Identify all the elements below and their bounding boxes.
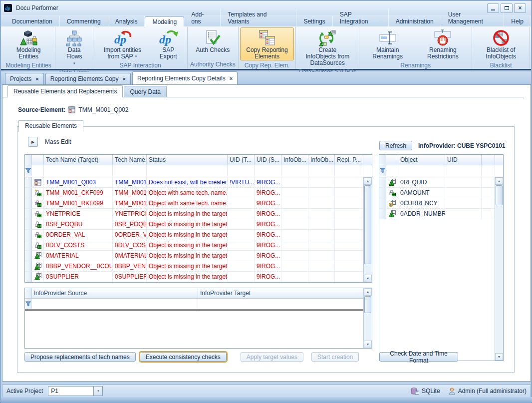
table-row[interactable]: 0DLV_COSTS0DLV_COSTSObject is missing in… xyxy=(25,240,372,251)
table-row[interactable]: TMM_M001_Q003TMM_M001...Does not exist, … xyxy=(25,177,372,188)
column-header-tech-name-target[interactable]: Tech Name (Target) xyxy=(44,155,113,165)
ribbon-button-import-entities-from-sap[interactable]: dpImport entities from SAP ▼ xyxy=(95,27,150,60)
column-header-infoob[interactable]: InfoOb... xyxy=(308,155,335,165)
menu-tab-templates-and-variants[interactable]: Templates and Variants xyxy=(221,9,296,26)
cell-repl_p[interactable] xyxy=(335,230,363,240)
cell-uid_t[interactable]: !VIRTU... xyxy=(228,177,255,187)
cell-blank[interactable] xyxy=(482,198,495,208)
vertical-scrollbar[interactable]: ▲▼ xyxy=(363,288,372,348)
tab-reusable-elements[interactable]: Reusable Elements xyxy=(18,120,83,132)
cell-tech_source[interactable]: 0DLV_COSTS xyxy=(113,240,147,250)
menu-tab-settings[interactable]: Settings xyxy=(296,16,332,26)
row-indicator-cell[interactable] xyxy=(25,240,32,250)
cell-status[interactable]: Object is missing in the target... xyxy=(147,272,228,282)
cell-repl_p[interactable] xyxy=(335,240,363,250)
table-row[interactable]: 0SUPPLIER0SUPPLIERObject is missing in t… xyxy=(25,272,372,282)
cell-tech_target[interactable]: YNETPRICE xyxy=(44,209,113,219)
filter-cell[interactable] xyxy=(44,165,113,176)
ribbon-button-copy-reporting-elements[interactable]: Copy Reporting Elements xyxy=(240,27,294,60)
tab-reusable-elements-and-replacements[interactable]: Reusable Elements and Replacements xyxy=(7,85,123,97)
menu-tab-administration[interactable]: Administration xyxy=(389,16,441,26)
row-indicator-cell[interactable] xyxy=(379,177,386,187)
filter-cell[interactable] xyxy=(198,299,364,309)
cell-status[interactable]: Object is missing in the target... xyxy=(147,219,228,229)
cell-status[interactable]: Object is missing in the target... xyxy=(147,261,228,271)
cell-tech_source[interactable]: 0BBP_VEN... xyxy=(113,261,147,271)
table-row[interactable]: YNETPRICEYNETPRICEObject is missing in t… xyxy=(25,209,372,219)
vertical-scrollbar[interactable]: ▲▼ xyxy=(495,177,503,361)
cell-infoob1[interactable] xyxy=(281,188,308,198)
tab-close-icon[interactable]: × xyxy=(35,76,38,81)
check-date-button[interactable]: Check Date and Time Format xyxy=(379,352,458,362)
scroll-down-icon[interactable]: ▼ xyxy=(364,341,372,348)
cell-tech_target[interactable]: 0BBP_VENDOR__0COUN xyxy=(44,261,113,271)
execute-consistency-checks-button[interactable]: Execute consistency checks xyxy=(140,352,227,362)
ribbon-button-data-flows[interactable]: Data Flows▼ xyxy=(57,27,91,67)
table-row[interactable]: TMM_M001_CKF099TMM_M001...Object with sa… xyxy=(25,188,372,198)
filter-cell[interactable] xyxy=(255,165,281,176)
menu-tab-documentation[interactable]: Documentation xyxy=(5,16,60,26)
cell-repl_p[interactable] xyxy=(335,198,363,208)
cell-blank[interactable] xyxy=(482,177,495,187)
refresh-button[interactable]: Refresh xyxy=(379,141,412,150)
table-row[interactable]: TMM_M001_RKF099TMM_M001...Object with sa… xyxy=(25,198,372,209)
table-row[interactable]: 0ADDR_NUMBR xyxy=(379,209,503,219)
cell-infoob1[interactable] xyxy=(281,240,308,250)
cell-infoob2[interactable] xyxy=(308,261,335,271)
doc-tab-reporting-elements-copy-details[interactable]: Reporting Elements Copy Details× xyxy=(132,71,238,84)
cell-repl_p[interactable] xyxy=(335,272,363,282)
cell-infoob2[interactable] xyxy=(308,219,335,229)
propose-replacements-of-tech-names-button[interactable]: Propose replacements of tech names xyxy=(24,352,136,362)
cell-repl_p[interactable] xyxy=(335,219,363,229)
cell-uid_s[interactable]: 9IROG... xyxy=(255,240,281,250)
menu-tab-user-management[interactable]: User Management xyxy=(441,9,505,26)
cell-status[interactable]: Object is missing in the target... xyxy=(147,251,228,261)
row-indicator-cell[interactable] xyxy=(25,230,32,240)
cell-tech_target[interactable]: TMM_M001_Q003 xyxy=(44,177,113,187)
cell-tech_source[interactable]: 0SUPPLIER xyxy=(113,272,147,282)
ribbon-button-create-infoobjects-from-datasources[interactable]: Create InfoObjects from DataSources xyxy=(300,27,355,67)
table-row[interactable]: 0CURRENCY xyxy=(379,198,503,209)
cell-uid_t[interactable] xyxy=(228,209,255,219)
scroll-down-icon[interactable]: ▼ xyxy=(495,353,503,361)
cell-infoob2[interactable] xyxy=(308,240,335,250)
cell-infoob1[interactable] xyxy=(281,219,308,229)
table-row[interactable]: 0MATERIAL0MATERIALObject is missing in t… xyxy=(25,251,372,261)
scroll-up-icon[interactable]: ▲ xyxy=(364,288,372,296)
filter-cell[interactable] xyxy=(113,165,147,176)
row-indicator-cell[interactable] xyxy=(25,177,32,187)
cell-infoob1[interactable] xyxy=(281,177,308,187)
cell-repl_p[interactable] xyxy=(335,251,363,261)
cell-status[interactable]: Object with same tech. name... xyxy=(147,198,228,208)
filter-cell[interactable] xyxy=(32,165,44,176)
filter-cell[interactable] xyxy=(482,165,495,176)
cell-uid_s[interactable]: 9IROG... xyxy=(255,219,281,229)
cell-uid_s[interactable]: 9IROG... xyxy=(255,188,281,198)
column-header-infoprovider-target[interactable]: InfoProvider Target xyxy=(198,288,364,298)
menu-tab-add-ons[interactable]: Add-ons xyxy=(184,9,221,26)
cell-uid_s[interactable]: 9IROG... xyxy=(255,261,281,271)
cell-tech_target[interactable]: TMM_M001_CKF099 xyxy=(44,188,113,198)
vertical-scrollbar[interactable]: ▲▼ xyxy=(363,177,372,282)
cell-uid_t[interactable] xyxy=(228,188,255,198)
cell-object[interactable]: 0REQUID xyxy=(398,177,445,187)
scroll-up-icon[interactable]: ▲ xyxy=(364,177,372,185)
cell-status[interactable]: Object with same tech. name... xyxy=(147,188,228,198)
menu-tab-sap-integration[interactable]: SAP Integration xyxy=(333,9,389,26)
filter-cell[interactable] xyxy=(281,165,308,176)
row-indicator-cell[interactable] xyxy=(379,209,386,219)
row-indicator-cell[interactable] xyxy=(379,198,386,208)
menu-tab-commenting[interactable]: Commenting xyxy=(60,16,108,26)
cell-tech_target[interactable]: 0SUPPLIER xyxy=(44,272,113,282)
menu-tab-analysis[interactable]: Analysis xyxy=(108,16,145,26)
mass-edit-expander-button[interactable]: ▶ xyxy=(28,137,38,147)
cell-tech_source[interactable]: 0MATERIAL xyxy=(113,251,147,261)
cell-uid_s[interactable]: 9IROG... xyxy=(255,251,281,261)
ribbon-button-blacklist-of-infoobjects[interactable]: Blacklist of InfoObjects xyxy=(474,27,528,60)
cell-repl_p[interactable] xyxy=(335,261,363,271)
cell-repl_p[interactable] xyxy=(335,188,363,198)
tab-query-data[interactable]: Query Data xyxy=(124,86,166,97)
row-indicator-cell[interactable] xyxy=(25,261,32,271)
ribbon-button-auth-checks[interactable]: Auth Checks xyxy=(193,27,232,59)
filter-cell[interactable] xyxy=(32,299,198,309)
